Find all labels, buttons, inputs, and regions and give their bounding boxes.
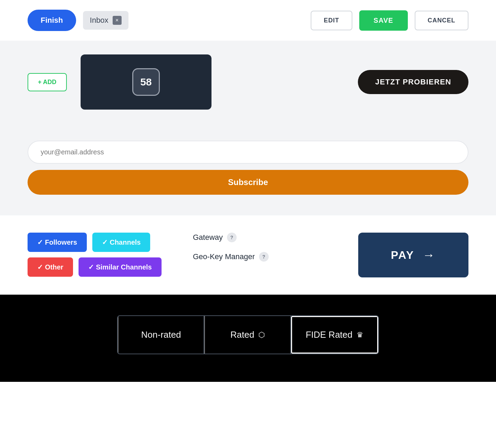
promo-section: + ADD 58 JETZT PROBIEREN xyxy=(0,41,496,123)
finish-button[interactable]: Finish xyxy=(28,10,76,31)
edit-button[interactable]: EDIT xyxy=(311,11,352,30)
filter-tags: ✓ Followers ✓ Channels ✓ Other ✓ Similar… xyxy=(28,233,172,277)
filter-pay-section: ✓ Followers ✓ Channels ✓ Other ✓ Similar… xyxy=(0,215,496,295)
rated-icon: ⬡ xyxy=(258,330,265,339)
geo-key-manager-item: Geo-Key Manager ? xyxy=(193,252,338,262)
rating-tabs: Non-rated Rated ⬡ FIDE Rated ♛ xyxy=(117,315,379,354)
geo-key-manager-label: Geo-Key Manager xyxy=(193,252,255,261)
tag-other[interactable]: ✓ Other xyxy=(28,257,73,277)
fide-rated-icon: ♛ xyxy=(356,330,363,339)
rating-section: Non-rated Rated ⬡ FIDE Rated ♛ xyxy=(0,295,496,382)
tab-non-rated[interactable]: Non-rated xyxy=(118,316,204,354)
pay-button[interactable]: PAY → xyxy=(358,233,468,277)
app-preview: 58 xyxy=(81,54,211,110)
subscribe-button[interactable]: Subscribe xyxy=(28,170,468,195)
pay-label: PAY xyxy=(391,249,414,262)
save-button[interactable]: SAVE xyxy=(359,10,408,31)
gateway-section: Gateway ? Geo-Key Manager ? xyxy=(193,233,338,262)
rated-label: Rated xyxy=(230,329,254,340)
pay-arrow-icon: → xyxy=(423,248,436,262)
email-input[interactable] xyxy=(28,141,468,164)
tag-channels[interactable]: ✓ Channels xyxy=(92,233,151,252)
cancel-button[interactable]: CANCEL xyxy=(415,11,468,30)
inbox-close-icon[interactable]: × xyxy=(113,16,122,25)
inbox-label: Inbox xyxy=(90,16,108,25)
inbox-tab[interactable]: Inbox × xyxy=(83,11,128,30)
gateway-label: Gateway xyxy=(193,233,223,242)
subscribe-section: Subscribe xyxy=(0,123,496,215)
gateway-item: Gateway ? xyxy=(193,233,338,242)
add-button[interactable]: + ADD xyxy=(28,73,67,91)
geo-key-manager-help-icon[interactable]: ? xyxy=(259,252,269,262)
tag-followers[interactable]: ✓ Followers xyxy=(28,233,87,252)
jetzt-button[interactable]: JETZT PROBIEREN xyxy=(358,70,468,94)
fide-rated-label: FIDE Rated xyxy=(306,329,352,340)
top-bar: Finish Inbox × EDIT SAVE CANCEL xyxy=(0,0,496,41)
tag-similar-channels[interactable]: ✓ Similar Channels xyxy=(79,257,162,277)
app-icon: 58 xyxy=(132,68,160,96)
gateway-help-icon[interactable]: ? xyxy=(227,233,237,242)
tab-fide-rated[interactable]: FIDE Rated ♛ xyxy=(291,316,378,354)
non-rated-label: Non-rated xyxy=(141,329,181,340)
tab-rated[interactable]: Rated ⬡ xyxy=(204,316,291,354)
app-number: 58 xyxy=(140,76,152,88)
